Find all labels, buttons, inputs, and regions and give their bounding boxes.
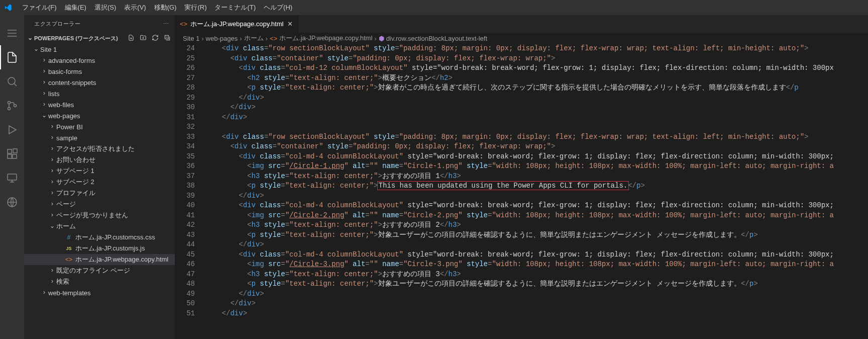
tree-folder[interactable]: content-snippets — [24, 77, 175, 88]
svg-point-3 — [8, 77, 15, 84]
html-file-icon: <> — [64, 256, 73, 263]
tree-folder-site1[interactable]: Site 1 — [24, 44, 175, 55]
title-bar: ファイル(F)編集(E)選択(S)表示(V)移動(G)実行(R)ターミナル(T)… — [0, 0, 868, 15]
breadcrumb-item[interactable]: ホーム — [244, 34, 264, 43]
tree-folder[interactable]: lists — [24, 88, 175, 99]
file-tree: Site 1advanced-formsbasic-formscontent-s… — [24, 44, 175, 339]
breadcrumb-item[interactable]: web-pages — [206, 35, 238, 42]
source-control-icon[interactable] — [0, 94, 24, 118]
new-file-icon[interactable] — [128, 34, 135, 42]
code-content[interactable]: <div class="row sectionBlockLayout" styl… — [205, 44, 868, 339]
collapse-all-icon[interactable] — [164, 34, 171, 42]
tree-file-js[interactable]: JSホーム.ja-JP.customjs.js — [24, 243, 175, 254]
tree-folder[interactable]: ページ — [24, 199, 175, 210]
svg-rect-10 — [8, 154, 12, 158]
tree-folder[interactable]: サブページ 1 — [24, 165, 175, 177]
html-file-icon: <> — [270, 35, 277, 42]
chevron-right-icon: › — [374, 35, 376, 42]
menu-bar: ファイル(F)編集(E)選択(S)表示(V)移動(G)実行(R)ターミナル(T)… — [18, 0, 296, 15]
menu-item[interactable]: 編集(E) — [61, 0, 90, 15]
chevron-right-icon: › — [266, 35, 268, 42]
svg-marker-8 — [9, 126, 16, 134]
tree-folder[interactable]: Power BI — [24, 121, 175, 132]
tree-folder[interactable]: sample — [24, 132, 175, 143]
svg-point-6 — [8, 108, 11, 110]
svg-line-4 — [14, 83, 17, 86]
workspace-section-header[interactable]: POWERPAGES (ワークスペース) — [24, 33, 175, 44]
sidebar: エクスプローラー ⋯ POWERPAGES (ワークスペース) Site 1ad… — [24, 15, 175, 339]
sidebar-title-row: エクスプローラー ⋯ — [24, 15, 175, 33]
svg-rect-11 — [13, 154, 17, 158]
activity-bar — [0, 15, 24, 339]
code-editor[interactable]: 2425262728293031323334353637383940414243… — [175, 44, 868, 339]
breadcrumb-item[interactable]: ⬢ div.row.sectionBlockLayout.text-left — [379, 35, 487, 42]
run-debug-icon[interactable] — [0, 118, 24, 142]
power-platform-icon[interactable] — [0, 190, 24, 214]
tree-file-css[interactable]: #ホーム.ja-JP.customcss.css — [24, 232, 175, 243]
tree-folder[interactable]: お問い合わせ — [24, 154, 175, 165]
search-icon[interactable] — [0, 69, 24, 94]
breadcrumbs[interactable]: Site 1›web-pages›ホーム›<> ホーム.ja-JP.webpag… — [175, 33, 868, 44]
tab-label: ホーム.ja-JP.webpage.copy.html — [190, 20, 283, 29]
remote-icon[interactable] — [0, 166, 24, 190]
tree-folder[interactable]: web-pages — [24, 110, 175, 121]
tree-folder[interactable]: advanced-forms — [24, 55, 175, 66]
svg-rect-12 — [13, 149, 17, 153]
explorer-icon[interactable] — [0, 45, 24, 69]
refresh-icon[interactable] — [152, 34, 159, 42]
css-file-icon: # — [64, 234, 73, 241]
element-icon: ⬢ — [379, 35, 384, 42]
extensions-icon[interactable] — [0, 142, 24, 166]
tree-folder[interactable]: web-templates — [24, 287, 175, 298]
tree-folder[interactable]: ホーム — [24, 221, 175, 232]
tree-folder[interactable]: プロファイル — [24, 188, 175, 199]
svg-point-7 — [14, 105, 17, 107]
editor-area: <> ホーム.ja-JP.webpage.copy.html ✕ Site 1›… — [175, 15, 868, 339]
svg-point-5 — [8, 102, 11, 104]
breadcrumb-item[interactable]: Site 1 — [183, 35, 199, 42]
tree-folder[interactable]: basic-forms — [24, 66, 175, 77]
menu-item[interactable]: 実行(R) — [180, 0, 210, 15]
menu-item[interactable]: ターミナル(T) — [210, 0, 260, 15]
menu-item[interactable]: 表示(V) — [120, 0, 150, 15]
tree-folder[interactable]: サブページ 2 — [24, 177, 175, 188]
chevron-right-icon: › — [240, 35, 242, 42]
menu-icon[interactable] — [0, 21, 24, 45]
tree-folder[interactable]: アクセスが拒否されました — [24, 143, 175, 154]
menu-item[interactable]: 移動(G) — [150, 0, 181, 15]
tree-folder[interactable]: 検索 — [24, 276, 175, 287]
tab-home-html[interactable]: <> ホーム.ja-JP.webpage.copy.html ✕ — [175, 15, 299, 33]
close-icon[interactable]: ✕ — [286, 19, 294, 29]
menu-item[interactable]: 選択(S) — [90, 0, 120, 15]
tree-folder[interactable]: 既定のオフライン ページ — [24, 265, 175, 276]
js-file-icon: JS — [64, 246, 73, 251]
new-folder-icon[interactable] — [140, 34, 147, 42]
breadcrumb-item[interactable]: <> ホーム.ja-JP.webpage.copy.html — [270, 34, 372, 43]
chevron-right-icon: › — [201, 35, 203, 42]
tree-folder[interactable]: web-files — [24, 99, 175, 110]
menu-item[interactable]: ファイル(F) — [18, 0, 61, 15]
sidebar-title: エクスプローラー — [34, 20, 80, 28]
html-file-icon: <> — [180, 20, 187, 28]
tree-file-html[interactable]: <>ホーム.ja-JP.webpage.copy.html — [24, 254, 175, 265]
workspace-name: POWERPAGES (ワークスペース) — [34, 35, 118, 42]
sidebar-more-icon[interactable]: ⋯ — [163, 21, 169, 27]
menu-item[interactable]: ヘルプ(H) — [260, 0, 296, 15]
editor-tabs: <> ホーム.ja-JP.webpage.copy.html ✕ — [175, 15, 868, 33]
vscode-logo-icon — [4, 4, 12, 12]
svg-rect-13 — [8, 174, 17, 180]
tree-folder[interactable]: ページが見つかりません — [24, 210, 175, 221]
line-number-gutter: 2425262728293031323334353637383940414243… — [175, 44, 205, 339]
svg-rect-9 — [8, 149, 12, 153]
